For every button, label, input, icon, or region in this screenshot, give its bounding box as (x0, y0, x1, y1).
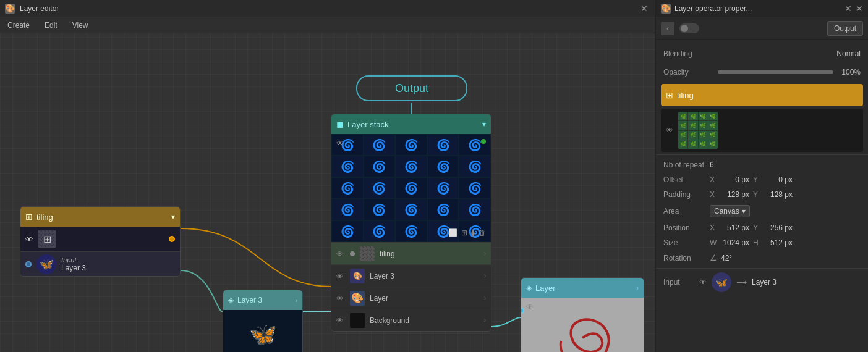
layer3-node[interactable]: ◈ Layer 3 › 🦋 (223, 290, 303, 352)
layer-node-eye[interactable]: 👁 (526, 303, 534, 311)
back-button[interactable]: ‹ (661, 22, 674, 35)
layer-list: 👁 tiling › 👁 🎨 Layer 3 › 👁 🎨 (331, 242, 491, 331)
offset-label: Offset (663, 175, 710, 184)
preview-action-stack[interactable]: ⧫ (471, 228, 475, 237)
rotation-row: Rotation ∠ 42° (656, 250, 868, 266)
layer-name-bg: Background (370, 316, 479, 325)
preview-cell: 🌀 (331, 220, 364, 242)
padding-y-value: 128 px (765, 190, 793, 199)
position-y-value: 256 px (765, 224, 793, 232)
menu-view[interactable]: View (70, 20, 91, 31)
tiling-input-row: 🦋 Input Layer 3 (20, 251, 180, 276)
position-coords: X 512 px Y 256 px (710, 224, 861, 232)
p-cell: 🌿 (678, 140, 687, 149)
panel-title: Layer operator proper... (674, 4, 841, 13)
layer-node-preview: 👁 (521, 298, 644, 352)
canvas-area: Output ◼ Layer stack ▾ 🌀 🌀 🌀 🌀 🌀 🌀 🌀 (0, 33, 655, 352)
preview-cell: 🌀 (395, 156, 427, 177)
nb-repeat-row: Nb of repeat 6 (656, 157, 868, 172)
panel-detach-button[interactable]: ✕ (856, 4, 863, 14)
area-row: Area Canvas ▾ (656, 202, 868, 220)
input-thumb: 🦋 (36, 254, 56, 274)
blending-label: Blending (663, 49, 713, 58)
layer-editor: 🎨 Layer editor ✕ Create Edit View Output (0, 0, 655, 352)
preview-cell: 🌀 (331, 199, 364, 220)
layer3-header: ◈ Layer 3 › (223, 290, 302, 310)
layer-item-layer3[interactable]: 👁 🎨 Layer 3 › (331, 264, 491, 287)
tiling-connect-in (350, 251, 355, 256)
toggle-switch[interactable] (679, 23, 699, 33)
layer-chevron-layer3: › (484, 272, 486, 279)
p-cell: 🌿 (708, 121, 718, 130)
size-label: Size (663, 238, 710, 247)
preview-cell: 🌀 (459, 134, 491, 156)
layer-item-layer[interactable]: 👁 🎨 Layer › (331, 287, 491, 309)
editor-title: Layer editor (20, 4, 633, 13)
blending-row: Blending Normal (656, 44, 868, 63)
preview-cell: 🌀 (331, 156, 364, 177)
preview-dot (481, 139, 486, 144)
panel-close-button[interactable]: ✕ (845, 4, 852, 14)
layer-node-chevron: › (637, 285, 639, 291)
tiling-preview-icon: ⊞ (38, 230, 56, 248)
size-row: Size W 1024 px H 512 px (656, 235, 868, 250)
layer-stack-node[interactable]: ◼ Layer stack ▾ 🌀 🌀 🌀 🌀 🌀 🌀 🌀 🌀 🌀 🌀 (331, 114, 491, 332)
layer-right-node[interactable]: ◈ Layer › 👁 (521, 277, 644, 352)
output-button[interactable]: Output (827, 21, 863, 36)
editor-titlebar: 🎨 Layer editor ✕ (0, 0, 655, 17)
area-label: Area (663, 207, 710, 216)
layer-eye-bg[interactable]: 👁 (336, 317, 345, 324)
p-cell: 🌿 (708, 131, 718, 140)
preview-cell: 🌀 (364, 220, 396, 242)
size-h-label: H (753, 238, 762, 247)
preview-action-layers[interactable]: ⊞ (461, 228, 467, 237)
padding-x-value: 128 px (722, 190, 749, 199)
tiling-header: ⊞ tiling ▾ (20, 207, 180, 227)
app-icon: 🎨 (5, 4, 15, 14)
layer-eye-tiling[interactable]: 👁 (336, 250, 345, 258)
padding-coords: X 128 px Y 128 px (710, 190, 861, 199)
layer-item-tiling[interactable]: 👁 tiling › (331, 242, 491, 264)
layer-stack-header: ◼ Layer stack ▾ (331, 114, 491, 134)
offset-x-value: 0 px (722, 175, 749, 184)
blending-value: Normal (836, 49, 861, 58)
svg-rect-0 (521, 298, 644, 352)
size-w-value: 1024 px (722, 238, 749, 247)
p-cell: 🌿 (688, 131, 697, 140)
p-cell: 🌿 (688, 121, 697, 130)
opacity-fill (718, 70, 833, 74)
tiling-preview-eye[interactable]: 👁 (25, 235, 33, 244)
p-cell: 🌿 (678, 121, 687, 130)
opacity-row: Opacity 100% (656, 63, 868, 82)
area-dropdown-chevron: ▾ (742, 207, 746, 216)
preview-cell: 🌀 (395, 134, 427, 156)
layer-stack-preview: 🌀 🌀 🌀 🌀 🌀 🌀 🌀 🌀 🌀 🌀 🌀 🌀 🌀 🌀 🌀 🌀 (331, 134, 491, 242)
menu-create[interactable]: Create (5, 20, 32, 31)
editor-close-button[interactable]: ✕ (638, 2, 650, 15)
menu-edit[interactable]: Edit (42, 20, 60, 31)
layer3-title: Layer 3 (237, 296, 292, 304)
layer-eye-layer[interactable]: 👁 (336, 295, 345, 302)
layer-eye-layer3[interactable]: 👁 (336, 272, 345, 280)
layer-item-background[interactable]: 👁 Background › (331, 309, 491, 331)
layer-chevron-layer: › (484, 295, 486, 301)
area-dropdown[interactable]: Canvas ▾ (710, 205, 750, 217)
p-cell: 🌿 (688, 112, 697, 120)
tiling-node[interactable]: ⊞ tiling ▾ 👁 ⊞ 🦋 Input Layer 3 (20, 206, 181, 277)
panel-tiling-icon: ⊞ (666, 90, 673, 100)
layer-stack-icon: ◼ (336, 119, 344, 129)
opacity-slider[interactable] (718, 70, 833, 74)
layer-node-header: ◈ Layer › (521, 278, 644, 298)
preview-action-delete[interactable]: 🗑 (479, 228, 486, 237)
layer-name-layer3: Layer 3 (370, 272, 479, 280)
tiling-title: tiling (36, 212, 168, 222)
position-row: Position X 512 px Y 256 px (656, 220, 868, 235)
input-eye-icon[interactable]: 👁 (699, 278, 707, 287)
preview-action-frame[interactable]: ⬜ (448, 228, 457, 237)
panel-tiling-item[interactable]: ⊞ tiling (661, 84, 863, 106)
preview-eye: 👁 (336, 139, 344, 148)
panel-preview-eye[interactable]: 👁 (666, 126, 673, 135)
preview-cell: 🌀 (427, 156, 459, 177)
nb-repeat-label: Nb of repeat (663, 161, 710, 169)
rotation-value: 42° (721, 254, 732, 262)
